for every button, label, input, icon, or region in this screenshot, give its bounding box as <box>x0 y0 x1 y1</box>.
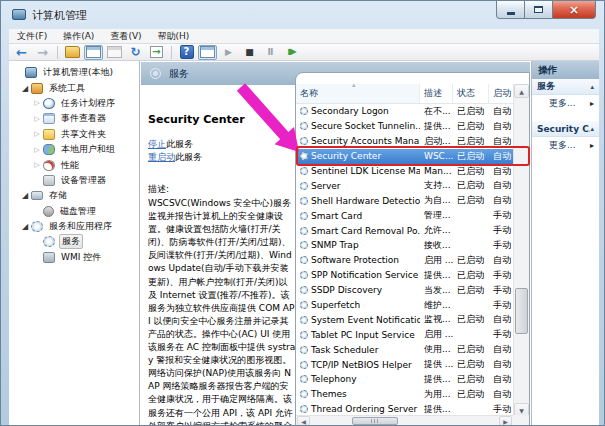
horizontal-scrollbar[interactable]: ◀ ▶ <box>296 415 513 426</box>
expander-collapsed-icon[interactable]: ▷ <box>32 146 42 154</box>
title-bar[interactable]: 计算机管理 × <box>1 1 604 29</box>
more-actions-security-center[interactable]: 更多...▸ <box>532 137 599 154</box>
tree-item-disk-management[interactable]: 磁盘管理 <box>9 204 139 219</box>
scroll-right-icon[interactable]: ▶ <box>499 416 512 426</box>
close-button[interactable]: × <box>552 1 596 19</box>
tree-item-computer-management[interactable]: 计算机管理(本地) <box>9 65 139 80</box>
collapse-icon[interactable]: ▴ <box>590 125 594 133</box>
service-row-snmp-trap[interactable]: SNMP Trap接收...手动 <box>296 238 513 253</box>
service-row-system-event-notificatio[interactable]: System Event Notificatio...监视...已启动自动 <box>296 312 513 327</box>
expander-expanded-icon[interactable]: ◢ <box>20 222 30 231</box>
stop-service-link[interactable]: 停止 <box>148 139 166 149</box>
service-row-superfetch[interactable]: Superfetch维护...手动 <box>296 298 513 313</box>
expander-collapsed-icon[interactable]: ▷ <box>32 115 42 123</box>
tree-item-event-viewer[interactable]: ▷事件查看器 <box>9 111 139 126</box>
expander-collapsed-icon[interactable]: ▷ <box>32 99 42 107</box>
maximize-button[interactable] <box>525 1 552 19</box>
service-row-shell-hardware-detection[interactable]: Shell Hardware Detection为自...已启动自动 <box>296 193 513 208</box>
service-name: Task Scheduler <box>311 345 378 355</box>
forward-button[interactable] <box>33 45 52 60</box>
service-description-cell: 管理... <box>420 209 453 222</box>
help-button[interactable] <box>177 45 196 60</box>
service-row-tablet-pc-input-service[interactable]: Tablet PC Input Service启用 ...手动 <box>296 327 513 342</box>
vertical-scroll-thumb[interactable] <box>515 288 528 334</box>
menu-item-0[interactable]: 文件(F) <box>9 29 55 43</box>
horizontal-scroll-thumb[interactable] <box>352 417 398 425</box>
export-list-button[interactable] <box>147 45 166 60</box>
actions-section-header-services[interactable]: 服务▴ <box>532 79 599 95</box>
service-gear-icon <box>300 152 308 160</box>
service-name: Smart Card <box>311 211 362 221</box>
back-button[interactable] <box>12 45 31 60</box>
service-row-smart-card[interactable]: Smart Card管理...手动 <box>296 208 513 223</box>
collapse-icon[interactable]: ▴ <box>590 83 594 91</box>
service-row-server[interactable]: Server支持...已启动自动 <box>296 178 513 193</box>
actions-section-header-security-center[interactable]: Security C...▴ <box>532 121 599 137</box>
expander-collapsed-icon[interactable]: ▷ <box>32 161 42 169</box>
service-name-cell: TCP/IP NetBIOS Helper <box>296 360 420 370</box>
up-level-folder-button[interactable] <box>63 45 82 60</box>
expander-expanded-icon[interactable]: ◢ <box>20 84 30 93</box>
service-row-sentinel-ldk-license-ma[interactable]: Sentinel LDK License Ma...Man...已启动自动 <box>296 164 513 179</box>
tree-item-storage[interactable]: ◢存储 <box>9 188 139 203</box>
show-actions-pane-button[interactable] <box>198 45 217 60</box>
tree-item-services[interactable]: 服务 <box>9 234 139 249</box>
pause-service-button[interactable] <box>261 45 280 60</box>
service-row-secondary-logon[interactable]: Secondary Logon在不...已启动自动 <box>296 104 513 119</box>
column-header-0[interactable]: 名称▴ <box>296 84 420 103</box>
column-header-1[interactable]: 描述 <box>420 84 453 103</box>
service-startup-cell: 手动 <box>489 269 513 282</box>
service-row-secure-socket-tunnelin[interactable]: Secure Socket Tunnelin...提供...已启动自动 <box>296 119 513 134</box>
vertical-scrollbar[interactable]: ▲ ▼ <box>513 84 529 417</box>
refresh-button[interactable] <box>126 45 145 60</box>
service-gear-icon <box>300 182 308 190</box>
tree-item-services-and-applications[interactable]: ◢服务和应用程序 <box>9 219 139 234</box>
service-name: System Event Notificatio... <box>311 315 420 325</box>
tree-item-wmi-control[interactable]: WMI 控件 <box>9 250 139 265</box>
tree-item-label: 本地用户和组 <box>59 143 117 156</box>
tree-item-local-users-groups[interactable]: ▷本地用户和组 <box>9 142 139 157</box>
service-name: TCP/IP NetBIOS Helper <box>311 360 412 370</box>
service-row-ssdp-discovery[interactable]: SSDP Discovery当发...已启动手动 <box>296 283 513 298</box>
scroll-up-icon[interactable]: ▲ <box>514 84 529 98</box>
service-row-smart-card-removal-po[interactable]: Smart Card Removal Po...允许...手动 <box>296 223 513 238</box>
more-actions-services[interactable]: 更多...▸ <box>532 95 599 112</box>
expander-collapsed-icon[interactable]: ▷ <box>32 130 42 138</box>
scroll-left-icon[interactable]: ◀ <box>297 416 310 426</box>
expander-expanded-icon[interactable]: ◢ <box>20 191 30 200</box>
service-row-security-accounts-mana[interactable]: Security Accounts Mana...启动...已启动自动 <box>296 134 513 149</box>
restart-service-link[interactable]: 重启动 <box>148 152 175 162</box>
service-name-cell: Software Protection <box>296 255 420 265</box>
tree-item-system-tools[interactable]: ◢系统工具 <box>9 80 139 95</box>
menu-item-1[interactable]: 操作(A) <box>55 29 102 43</box>
service-gear-icon <box>300 167 308 175</box>
menu-item-2[interactable]: 查看(V) <box>102 29 149 43</box>
stop-service-text: 此服务 <box>166 139 193 149</box>
column-header-3[interactable]: 启动 <box>489 84 513 103</box>
properties-button[interactable] <box>105 45 124 60</box>
tree-item-task-scheduler[interactable]: ▷任务计划程序 <box>9 96 139 111</box>
tree-item-device-manager[interactable]: 设备管理器 <box>9 173 139 188</box>
menu-item-3[interactable]: 帮助(H) <box>150 29 198 43</box>
restart-service-button[interactable] <box>282 45 301 60</box>
service-name: SNMP Trap <box>311 240 359 250</box>
column-header-2[interactable]: 状态 <box>453 84 489 103</box>
service-row-telephony[interactable]: Telephony提供...已启动自动 <box>296 372 513 387</box>
service-row-task-scheduler[interactable]: Task Scheduler使用...已启动自动 <box>296 342 513 357</box>
service-name: Shell Hardware Detection <box>311 196 420 206</box>
service-row-security-center[interactable]: Security CenterWSC...已启动自动 <box>296 149 513 164</box>
service-status-cell: 已启动 <box>453 313 489 326</box>
start-service-button[interactable] <box>219 45 238 60</box>
show-console-tree-button[interactable] <box>84 45 103 60</box>
tree-item-label: 共享文件夹 <box>59 128 108 141</box>
tree-item-shared-folders[interactable]: ▷共享文件夹 <box>9 127 139 142</box>
service-row-themes[interactable]: Themes为用...已启动自动 <box>296 387 513 402</box>
service-row-tcp-ip-netbios-helper[interactable]: TCP/IP NetBIOS Helper提供 ...已启动自动 <box>296 357 513 372</box>
service-description-cell: 在不... <box>420 105 453 118</box>
service-description-cell: 接收... <box>420 239 453 252</box>
tree-item-performance[interactable]: ▷性能 <box>9 157 139 172</box>
minimize-button[interactable] <box>496 1 525 19</box>
service-row-software-protection[interactable]: Software Protection启用 ...已启动自动 <box>296 253 513 268</box>
service-row-spp-notification-service[interactable]: SPP Notification Service提供...已启动手动 <box>296 268 513 283</box>
stop-service-button[interactable] <box>240 45 259 60</box>
